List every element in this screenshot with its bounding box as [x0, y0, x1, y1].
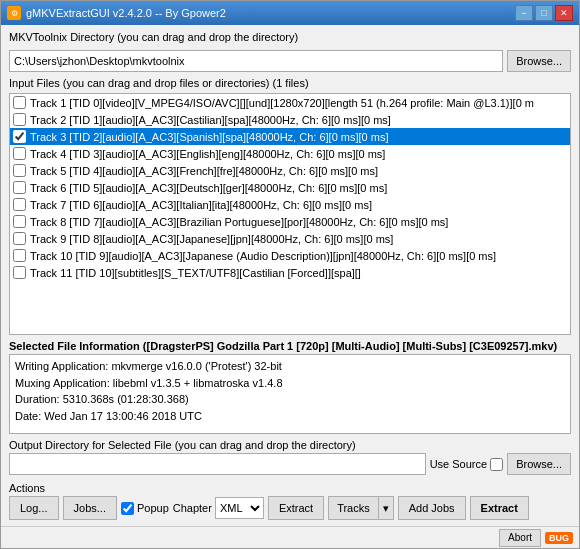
output-dir-section: Output Directory for Selected File (you …	[9, 439, 571, 475]
mkvtoolnix-browse-button[interactable]: Browse...	[507, 50, 571, 72]
title-bar: ⚙ gMKVExtractGUI v2.4.2.0 -- By Gpower2 …	[1, 1, 579, 25]
track-text: Track 10 [TID 9][audio][A_AC3][Japanese …	[30, 250, 496, 262]
mkvtoolnix-label: MKVToolnix Directory (you can drag and d…	[9, 31, 571, 43]
log-button[interactable]: Log...	[9, 496, 59, 520]
track-text: Track 7 [TID 6][audio][A_AC3][Italian][i…	[30, 199, 372, 211]
actions-section: Actions Log... Jobs... Popup Chapter XML…	[9, 482, 571, 520]
bug-badge: BUG	[545, 532, 573, 544]
track-checkbox[interactable]	[13, 113, 26, 126]
file-info-line: Date: Wed Jan 17 13:00:46 2018 UTC	[15, 408, 565, 425]
chapter-row: Chapter XMLOGMCUE	[173, 497, 264, 519]
window-title: gMKVExtractGUI v2.4.2.0 -- By Gpower2	[26, 7, 226, 19]
track-item[interactable]: Track 9 [TID 8][audio][A_AC3][Japanese][…	[10, 230, 570, 247]
mkvtoolnix-input[interactable]	[9, 50, 503, 72]
track-checkbox[interactable]	[13, 232, 26, 245]
track-checkbox[interactable]	[13, 164, 26, 177]
main-content: MKVToolnix Directory (you can drag and d…	[1, 25, 579, 526]
file-info-line: Writing Application: mkvmerge v16.0.0 ('…	[15, 358, 565, 375]
track-item[interactable]: Track 10 [TID 9][audio][A_AC3][Japanese …	[10, 247, 570, 264]
status-right: Abort BUG	[499, 529, 573, 547]
track-checkbox[interactable]	[13, 198, 26, 211]
track-text: Track 3 [TID 2][audio][A_AC3][Spanish][s…	[30, 131, 388, 143]
mkvtoolnix-row: Browse...	[9, 50, 571, 72]
input-files-label: Input Files (you can drag and drop files…	[9, 77, 309, 89]
track-text: Track 1 [TID 0][video][V_MPEG4/ISO/AVC][…	[30, 97, 534, 109]
track-checkbox[interactable]	[13, 147, 26, 160]
track-checkbox[interactable]	[13, 215, 26, 228]
track-text: Track 8 [TID 7][audio][A_AC3][Brazilian …	[30, 216, 448, 228]
file-info-title: Selected File Information ([DragsterPS] …	[9, 340, 571, 352]
extract-label-button[interactable]: Extract	[268, 496, 324, 520]
popup-label: Popup	[121, 502, 169, 515]
output-dir-row: Use Source Browse...	[9, 453, 571, 475]
track-text: Track 9 [TID 8][audio][A_AC3][Japanese][…	[30, 233, 393, 245]
file-info-line: Muxing Application: libebml v1.3.5 + lib…	[15, 375, 565, 392]
actions-row: Log... Jobs... Popup Chapter XMLOGMCUE E…	[9, 496, 571, 520]
maximize-button[interactable]: □	[535, 5, 553, 21]
use-source-label: Use Source	[430, 458, 503, 471]
window-controls: − □ ✕	[515, 5, 573, 21]
tracks-list[interactable]: Track 1 [TID 0][video][V_MPEG4/ISO/AVC][…	[9, 93, 571, 335]
extract-button[interactable]: Extract	[470, 496, 529, 520]
output-browse-button[interactable]: Browse...	[507, 453, 571, 475]
track-item[interactable]: Track 7 [TID 6][audio][A_AC3][Italian][i…	[10, 196, 570, 213]
bug-text: BUG	[549, 533, 569, 543]
track-item[interactable]: Track 6 [TID 5][audio][A_AC3][Deutsch][g…	[10, 179, 570, 196]
track-item[interactable]: Track 5 [TID 4][audio][A_AC3][French][fr…	[10, 162, 570, 179]
track-item[interactable]: Track 2 [TID 1][audio][A_AC3][Castilian]…	[10, 111, 570, 128]
close-button[interactable]: ✕	[555, 5, 573, 21]
use-source-text: Use Source	[430, 458, 487, 470]
chapter-label: Chapter	[173, 502, 212, 514]
track-text: Track 6 [TID 5][audio][A_AC3][Deutsch][g…	[30, 182, 387, 194]
track-item[interactable]: Track 8 [TID 7][audio][A_AC3][Brazilian …	[10, 213, 570, 230]
output-dir-label: Output Directory for Selected File (you …	[9, 439, 571, 451]
track-item[interactable]: Track 4 [TID 3][audio][A_AC3][English][e…	[10, 145, 570, 162]
file-info-section: Selected File Information ([DragsterPS] …	[9, 340, 571, 434]
track-checkbox[interactable]	[13, 181, 26, 194]
popup-text: Popup	[137, 502, 169, 514]
track-checkbox[interactable]	[13, 130, 26, 143]
track-checkbox[interactable]	[13, 96, 26, 109]
minimize-button[interactable]: −	[515, 5, 533, 21]
file-info-box: Writing Application: mkvmerge v16.0.0 ('…	[9, 354, 571, 434]
use-source-checkbox[interactable]	[490, 458, 503, 471]
output-dir-input[interactable]	[9, 453, 426, 475]
track-item[interactable]: Track 1 [TID 0][video][V_MPEG4/ISO/AVC][…	[10, 94, 570, 111]
xml-select[interactable]: XMLOGMCUE	[215, 497, 264, 519]
file-info-line: Duration: 5310.368s (01:28:30.368)	[15, 391, 565, 408]
input-files-section: Input Files (you can drag and drop files…	[9, 77, 571, 335]
add-jobs-button[interactable]: Add Jobs	[398, 496, 466, 520]
track-item[interactable]: Track 11 [TID 10][subtitles][S_TEXT/UTF8…	[10, 264, 570, 281]
tracks-dropdown[interactable]: Tracks ▾	[328, 496, 394, 520]
jobs-button[interactable]: Jobs...	[63, 496, 117, 520]
track-text: Track 4 [TID 3][audio][A_AC3][English][e…	[30, 148, 385, 160]
track-text: Track 2 [TID 1][audio][A_AC3][Castilian]…	[30, 114, 391, 126]
popup-checkbox[interactable]	[121, 502, 134, 515]
title-bar-left: ⚙ gMKVExtractGUI v2.4.2.0 -- By Gpower2	[7, 6, 226, 20]
actions-label: Actions	[9, 482, 571, 494]
track-text: Track 5 [TID 4][audio][A_AC3][French][fr…	[30, 165, 378, 177]
tracks-dropdown-arrow[interactable]: ▾	[379, 497, 393, 519]
track-checkbox[interactable]	[13, 266, 26, 279]
track-text: Track 11 [TID 10][subtitles][S_TEXT/UTF8…	[30, 267, 361, 279]
tracks-dropdown-main: Tracks	[329, 497, 379, 519]
status-bar: Abort BUG	[1, 526, 579, 548]
app-icon: ⚙	[7, 6, 21, 20]
main-window: ⚙ gMKVExtractGUI v2.4.2.0 -- By Gpower2 …	[0, 0, 580, 549]
abort-button[interactable]: Abort	[499, 529, 541, 547]
track-checkbox[interactable]	[13, 249, 26, 262]
track-item[interactable]: Track 3 [TID 2][audio][A_AC3][Spanish][s…	[10, 128, 570, 145]
